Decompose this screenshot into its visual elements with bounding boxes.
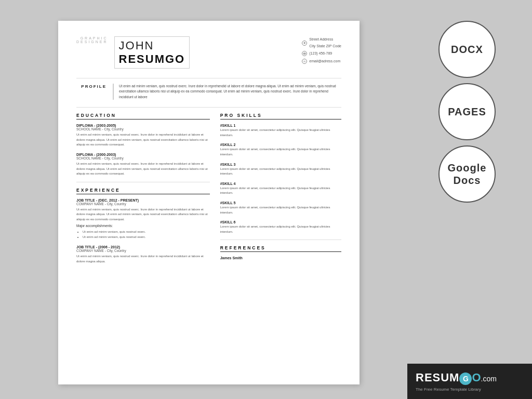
profile-section: PROFILE Ut enim ad minim veniam, quis no… — [76, 84, 341, 100]
name-box: JOHN RESUMGO — [114, 36, 190, 69]
address-item: ◉ Street Address City State ZIP Code — [302, 36, 341, 49]
email-text: email@adress.com — [309, 58, 340, 65]
edu-degree-2: DIPLOMA - (2000-2003) — [76, 153, 210, 156]
skill-desc-3: Lorem ipsum dolor sit amet, consectetur … — [220, 167, 341, 177]
edu-degree-1: DIPLOMA - (2003-2005) — [76, 124, 210, 127]
skill-6: #SKILL 6 Lorem ipsum dolor sit amet, con… — [220, 220, 341, 234]
brand-go-circle: G — [459, 373, 472, 385]
brand-tagline: The Free Resume Template Library — [416, 387, 524, 392]
profile-content: Ut enim ad minim veniam, quis nostrud ex… — [113, 84, 341, 100]
location-icon: ◉ — [302, 41, 307, 46]
resume-paper: GRAPHIC DESIGNER JOHN RESUMGO ◉ Street A… — [58, 21, 360, 384]
docx-button[interactable]: DOCX — [438, 21, 496, 78]
profile-label: PROFILE — [76, 84, 113, 89]
skill-desc-6: Lorem ipsum dolor sit amet, consectetur … — [220, 224, 341, 234]
reference-name: James Smith — [220, 256, 341, 260]
skill-desc-5: Lorem ipsum dolor sit amet, consectetur … — [220, 205, 341, 215]
exp-job-1: JOB TITLE - (DEC. 2012 - PRESENT) — [76, 198, 210, 202]
right-sidebar: DOCX PAGES GoogleDocs — [407, 0, 532, 203]
google-docs-label: GoogleDocs — [448, 162, 487, 187]
skill-name-4: #SKILL 4 — [220, 182, 341, 185]
edu-entry-1: DIPLOMA - (2003-2005) SCHOOL NAME - City… — [76, 124, 210, 148]
resume-header: GRAPHIC DESIGNER JOHN RESUMGO ◉ Street A… — [76, 36, 341, 69]
phone-text: (123) 456-789 — [309, 50, 332, 57]
right-section: DOCX PAGES GoogleDocs RESUM G O .com The… — [407, 0, 532, 399]
skill-desc-1: Lorem ipsum dolor sit amet, consectetur … — [220, 128, 341, 138]
col-right: PRO SKILLS #SKILL 1 Lorem ipsum dolor si… — [220, 113, 341, 269]
exp-desc-1: Ut enim ad minim veniam, quis nostrud ex… — [76, 207, 210, 222]
education-title: EDUCATION — [76, 113, 210, 119]
designer-text: DESIGNER — [76, 40, 108, 44]
pages-label: PAGES — [448, 105, 486, 118]
skill-2: #SKILL 2 Lorem ipsum dolor sit amet, con… — [220, 143, 341, 157]
accomplishments-label: Major accomplishments: — [76, 224, 210, 228]
skill-name-1: #SKILL 1 — [220, 124, 341, 127]
edu-desc-1: Ut enim ad minim veniam, quis nostrud ex… — [76, 132, 210, 148]
bullet-item: Ut enim ad minim veniam, quis nostrud ex… — [83, 234, 210, 240]
name-first: JOHN — [119, 39, 185, 52]
exp-desc-2: Ut enim ad minim veniam, quis nostrud ex… — [76, 254, 210, 264]
graphic-text: GRAPHIC — [76, 36, 108, 40]
exp-job-2: JOB TITLE - (2006 - 2012) — [76, 245, 210, 249]
skill-5: #SKILL 5 Lorem ipsum dolor sit amet, con… — [220, 201, 341, 215]
address-text: Street Address City State ZIP Code — [309, 36, 341, 49]
pages-button[interactable]: PAGES — [438, 83, 496, 140]
bullet-list-1: Ut enim ad minim veniam, quis nostrud ex… — [83, 229, 210, 241]
skill-desc-4: Lorem ipsum dolor sit amet, consectetur … — [220, 186, 341, 196]
contact-info: ◉ Street Address City State ZIP Code ☎ (… — [302, 36, 341, 65]
brand-dotcom: .com — [481, 375, 497, 383]
skills-refs-divider — [220, 240, 341, 240]
exp-entry-2: JOB TITLE - (2006 - 2012) COMPANY NAME -… — [76, 245, 210, 264]
experience-title: EXPERIENCE — [76, 188, 210, 194]
skill-4: #SKILL 4 Lorem ipsum dolor sit amet, con… — [220, 182, 341, 196]
edu-desc-2: Ut enim ad minim veniam, quis nostrud ex… — [76, 162, 210, 177]
edu-school-1: SCHOOL NAME - City, Country — [76, 127, 210, 131]
skill-name-6: #SKILL 6 — [220, 220, 341, 224]
exp-company-1: COMPANY NAME - City, Country — [76, 202, 210, 206]
bullet-item: Ut enim ad minim veniam, quis nostrud ex… — [83, 229, 210, 235]
phone-icon: ☎ — [302, 51, 307, 56]
edu-school-2: SCHOOL NAME - City, Country — [76, 156, 210, 160]
two-col-section: EDUCATION DIPLOMA - (2003-2005) SCHOOL N… — [76, 113, 341, 269]
docx-label: DOCX — [451, 43, 483, 56]
email-icon: ✉ — [302, 59, 307, 64]
skill-desc-2: Lorem ipsum dolor sit amet, consectetur … — [220, 147, 341, 157]
skill-3: #SKILL 3 Lorem ipsum dolor sit amet, con… — [220, 163, 341, 177]
exp-company-2: COMPANY NAME - City, Country — [76, 249, 210, 252]
skill-1: #SKILL 1 Lorem ipsum dolor sit amet, con… — [220, 124, 341, 138]
google-docs-button[interactable]: GoogleDocs — [438, 145, 496, 203]
bottom-bar: RESUM G O .com The Free Resume Template … — [407, 364, 532, 399]
name-last: RESUMGO — [119, 52, 185, 66]
main-content: GRAPHIC DESIGNER JOHN RESUMGO ◉ Street A… — [0, 0, 407, 399]
references-title: REFERENCES — [220, 245, 341, 252]
phone-item: ☎ (123) 456-789 — [302, 50, 341, 57]
role-label: GRAPHIC DESIGNER — [76, 36, 108, 44]
exp-entry-1: JOB TITLE - (DEC. 2012 - PRESENT) COMPAN… — [76, 198, 210, 240]
skill-name-3: #SKILL 3 — [220, 163, 341, 166]
header-left: GRAPHIC DESIGNER JOHN RESUMGO — [76, 36, 190, 69]
col-left: EDUCATION DIPLOMA - (2003-2005) SCHOOL N… — [76, 113, 210, 269]
brand-logo: RESUM G O .com — [416, 371, 524, 386]
brand-o: O — [472, 371, 481, 384]
skill-name-2: #SKILL 2 — [220, 143, 341, 147]
header-divider — [76, 78, 341, 78]
profile-divider — [76, 107, 341, 108]
edu-entry-2: DIPLOMA - (2000-2003) SCHOOL NAME - City… — [76, 153, 210, 177]
pro-skills-title: PRO SKILLS — [220, 113, 341, 119]
edu-exp-divider — [76, 182, 210, 182]
skill-name-5: #SKILL 5 — [220, 201, 341, 205]
brand-resum: RESUM — [416, 371, 459, 384]
profile-text: Ut enim ad minim veniam, quis nostrud ex… — [119, 84, 341, 100]
email-item: ✉ email@adress.com — [302, 58, 341, 65]
